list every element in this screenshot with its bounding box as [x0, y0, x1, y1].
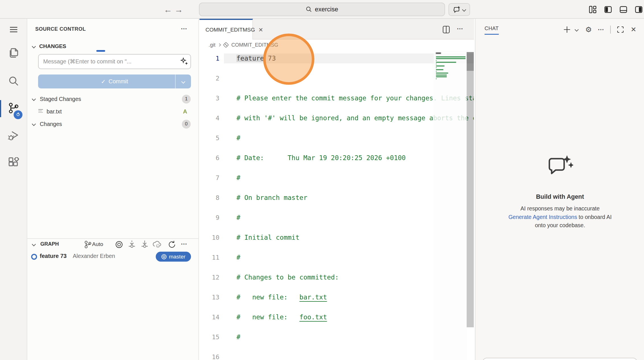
- toggle-primary-sidebar-icon[interactable]: [604, 6, 612, 13]
- line-text: #: [236, 253, 240, 262]
- staged-file-name: bar.txt: [47, 108, 62, 115]
- code-area[interactable]: 1feature 7323# Please enter the commit m…: [200, 50, 474, 360]
- staged-file-row[interactable]: bar.txt A: [27, 105, 199, 118]
- graph-section-header[interactable]: GRAPH Auto ⋯: [27, 239, 199, 250]
- line-text: #: [236, 213, 240, 223]
- graph-more-actions-icon[interactable]: ⋯: [181, 240, 188, 248]
- commit-dropdown-icon[interactable]: [175, 75, 191, 88]
- branch-pill[interactable]: master: [156, 252, 191, 262]
- minimap-line: [436, 56, 466, 57]
- code-line[interactable]: 13# new file: bar.txt: [200, 292, 474, 302]
- scrollbar-thumb[interactable]: [467, 52, 474, 71]
- chat-input[interactable]: [482, 358, 637, 360]
- code-line[interactable]: 11#: [200, 253, 474, 262]
- code-line[interactable]: 4# with '#' will be ignored, and an empt…: [200, 113, 474, 123]
- code-line[interactable]: 10# Initial commit: [200, 233, 474, 243]
- target-icon[interactable]: [115, 240, 123, 249]
- generate-agent-instructions-link[interactable]: Generate Agent Instructions: [508, 214, 577, 220]
- line-text: # On branch master: [236, 193, 307, 203]
- commit-message-input[interactable]: [38, 54, 191, 69]
- menu-icon[interactable]: [7, 23, 20, 36]
- file-link[interactable]: foo.txt: [300, 313, 327, 321]
- command-center-search[interactable]: exercise: [199, 3, 445, 16]
- extensions-icon[interactable]: [7, 156, 20, 169]
- code-line[interactable]: 2: [200, 73, 474, 83]
- pull-icon[interactable]: [140, 240, 149, 249]
- code-line[interactable]: 3# Please enter the commit message for y…: [200, 93, 474, 103]
- line-number: 16: [200, 352, 219, 360]
- minimap-line: [436, 65, 444, 67]
- toggle-panel-icon[interactable]: [620, 6, 627, 13]
- chat-disclaimer: AI responses may be inaccurate: [487, 204, 633, 212]
- minimap-line: [436, 67, 437, 68]
- editor-more-actions-icon[interactable]: ⋯: [457, 25, 464, 32]
- code-line[interactable]: 16: [200, 352, 474, 360]
- tab-close-icon[interactable]: ✕: [258, 26, 263, 33]
- line-number: 7: [200, 173, 219, 183]
- chat-sparkle-icon: [453, 6, 461, 14]
- minimap-line: [436, 63, 437, 65]
- nav-forward-icon[interactable]: →: [174, 5, 184, 15]
- changes-count-badge: 0: [182, 120, 191, 129]
- title-bar: ← → exercise: [0, 0, 644, 19]
- publish-cloud-icon[interactable]: [153, 240, 161, 249]
- graph-auto-label[interactable]: Auto: [92, 241, 103, 247]
- search-icon: [306, 6, 312, 13]
- commit-button[interactable]: ✓ Commit: [38, 75, 191, 88]
- chat-close-icon[interactable]: ✕: [629, 25, 638, 34]
- chat-more-actions-icon[interactable]: ⋯: [597, 25, 606, 34]
- nav-back-icon[interactable]: ←: [163, 5, 173, 15]
- minimap-line: [436, 75, 447, 76]
- minimap-line: [436, 62, 456, 63]
- code-line[interactable]: 8# On branch master: [200, 193, 474, 203]
- code-line[interactable]: 7#: [200, 173, 474, 183]
- graph-commit-row[interactable]: feature 73 Alexander Erben master: [27, 251, 199, 262]
- explorer-icon[interactable]: [7, 46, 20, 60]
- changes-row[interactable]: Changes 0: [27, 118, 199, 130]
- code-line[interactable]: 6# Date: Thu Mar 19 20:20:25 2026 +0100: [200, 153, 474, 163]
- line-text: #: [236, 173, 240, 183]
- minimap-line: [436, 73, 448, 74]
- chat-settings-icon[interactable]: ⚙: [584, 25, 593, 34]
- code-line[interactable]: 1feature 73: [200, 53, 474, 63]
- refresh-icon[interactable]: [168, 240, 176, 249]
- chat-maximize-icon[interactable]: [616, 25, 625, 34]
- editor-scrollbar[interactable]: [467, 52, 474, 327]
- line-number: 11: [200, 253, 219, 262]
- generate-commit-message-icon[interactable]: [180, 57, 189, 66]
- new-chat-dropdown-icon[interactable]: [572, 25, 581, 34]
- new-chat-icon[interactable]: [562, 25, 572, 34]
- code-line[interactable]: 14# new file: foo.txt: [200, 312, 474, 322]
- customize-layout-icon[interactable]: [589, 6, 597, 13]
- run-debug-icon[interactable]: [7, 129, 20, 142]
- breadcrumb[interactable]: .git COMMIT_EDITMSG: [200, 40, 474, 50]
- file-link[interactable]: bar.txt: [300, 293, 327, 301]
- minimap-line: [436, 71, 437, 72]
- code-line[interactable]: 9#: [200, 213, 474, 223]
- divider: [610, 26, 611, 34]
- line-number: 15: [200, 332, 219, 342]
- chevron-right-icon: [218, 43, 221, 46]
- git-file-icon: [223, 42, 228, 47]
- search-sidebar-icon[interactable]: [7, 74, 20, 88]
- minimap-line: [436, 69, 443, 70]
- sidebar-more-actions-icon[interactable]: ⋯: [181, 25, 188, 32]
- staged-count-badge: 1: [182, 95, 191, 104]
- chevron-down-icon: [32, 97, 36, 101]
- code-line[interactable]: 5#: [200, 133, 474, 143]
- graph-branch-icon[interactable]: [84, 240, 92, 249]
- code-line[interactable]: 15#: [200, 332, 474, 342]
- staged-changes-row[interactable]: Staged Changes 1: [27, 93, 199, 105]
- minimap[interactable]: [434, 50, 467, 360]
- toggle-secondary-sidebar-icon[interactable]: [635, 6, 643, 13]
- fetch-icon[interactable]: [128, 240, 136, 249]
- split-editor-icon[interactable]: [442, 25, 450, 34]
- chat-sparkle-large-icon: [547, 155, 573, 178]
- chat-tab[interactable]: CHAT: [485, 26, 499, 35]
- tab-commit-editmsg[interactable]: COMMIT_EDITMSG ✕: [200, 19, 253, 40]
- section-changes-header[interactable]: CHANGES: [32, 43, 66, 49]
- code-line[interactable]: 12# Changes to be committed:: [200, 272, 474, 282]
- breadcrumb-root[interactable]: .git: [209, 42, 215, 48]
- editor-group: COMMIT_EDITMSG ✕ ⋯ .git COMMIT_EDITMSG 1…: [200, 19, 474, 360]
- copilot-chat-button[interactable]: [448, 3, 470, 16]
